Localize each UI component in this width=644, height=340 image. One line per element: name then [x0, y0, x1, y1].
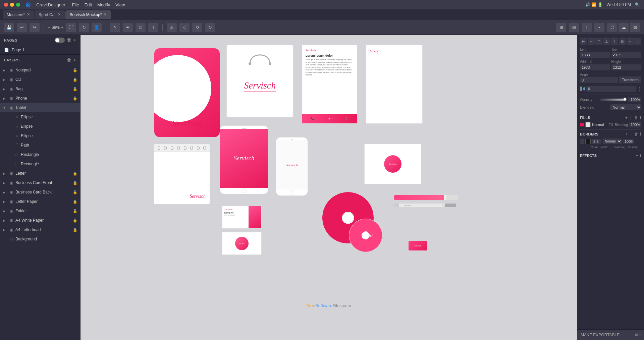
more-btn[interactable]: ⋯ — [594, 23, 604, 32]
layer-biz-back[interactable]: ▶ ▣ Business Card Back 🔒 — [0, 187, 80, 197]
share-btn[interactable]: ⬡ — [607, 23, 617, 32]
tab-servisch-close[interactable]: ✕ — [104, 12, 107, 17]
effects-add-btn[interactable]: + — [636, 153, 638, 158]
menu-view[interactable]: View — [115, 2, 125, 7]
undo-btn[interactable]: ↩ — [17, 23, 27, 32]
lock-icon[interactable]: 🔒 — [73, 209, 77, 213]
cloud-btn[interactable]: ☁ — [619, 23, 629, 32]
minimize-btn[interactable] — [10, 3, 14, 7]
search-icon[interactable]: 🔍 — [635, 2, 640, 7]
lock-icon[interactable]: 🔒 — [73, 171, 77, 176]
add-page-icon[interactable]: + — [73, 38, 76, 43]
layer-biz-front[interactable]: ▶ ▣ Business Card Front 🔒 — [0, 178, 80, 187]
fill-swatch[interactable] — [585, 122, 591, 127]
fills-more-btn[interactable]: ⋮ — [629, 115, 633, 120]
profile-btn[interactable]: 👤 — [92, 23, 102, 32]
layer-cd[interactable]: ▶ ▣ CD 🔒 — [0, 75, 80, 84]
layers-btn[interactable]: ⊟ — [569, 23, 579, 32]
fill-opacity-input[interactable] — [629, 122, 641, 127]
color-preview[interactable] — [580, 87, 582, 91]
color-more-btn[interactable]: ⋮ — [637, 87, 641, 91]
add-layer-icon[interactable]: + — [73, 58, 76, 63]
undo2-btn[interactable]: ↺ — [192, 23, 202, 32]
layer-tablet[interactable]: ▼ ▣ Tablet — [0, 103, 80, 112]
menu-edit[interactable]: Edit — [85, 2, 92, 7]
export-icon2[interactable]: ℹ — [639, 333, 641, 337]
align-center-h-btn[interactable]: ⊣ — [588, 38, 595, 45]
tab-sportcar[interactable]: Sport Car ✕ — [35, 10, 65, 19]
layer-folder[interactable]: ▶ ▣ Folder 🔒 — [0, 206, 80, 216]
fills-add-btn[interactable]: + — [625, 115, 628, 120]
lock-icon[interactable]: 🔒 — [73, 190, 77, 194]
layer-ellipse-3[interactable]: ○ Ellipse — [0, 131, 80, 140]
export2-btn[interactable]: ⊠ — [630, 23, 640, 32]
tab-sportcar-close[interactable]: ✕ — [58, 12, 61, 17]
back-btn[interactable]: ◁ — [179, 23, 190, 32]
minus-icon[interactable]: − — [48, 25, 50, 30]
rotate-btn[interactable]: ↻ — [79, 23, 89, 32]
borders-info-btn[interactable]: ℹ — [640, 132, 641, 136]
canvas-area[interactable]: Servisch Servisch Servisch — [80, 35, 577, 340]
dist-h-btn[interactable]: ↔ — [627, 38, 634, 45]
layer-background[interactable]: □ Background — [0, 234, 80, 244]
top-input[interactable] — [611, 52, 642, 58]
lock-icon[interactable]: 🔒 — [73, 87, 77, 91]
menu-modify[interactable]: Modify — [97, 2, 110, 7]
close-btn[interactable] — [4, 3, 8, 7]
lock-icon[interactable]: 🔒 — [73, 218, 77, 223]
fills-info-btn[interactable]: ℹ — [640, 115, 641, 120]
export-icon1[interactable]: ⊞ — [635, 333, 638, 337]
layer-phone[interactable]: ▶ ▣ Phone 🔒 — [0, 94, 80, 103]
borders-more-btn[interactable]: ⋮ — [629, 132, 633, 136]
lock-icon[interactable]: 🔒 — [73, 96, 77, 101]
lock-icon[interactable]: 🔒 — [73, 181, 77, 185]
window-controls[interactable] — [4, 3, 20, 7]
color-wheel[interactable] — [583, 87, 585, 91]
pen-tool[interactable]: ✒ — [123, 23, 133, 32]
border-width-input[interactable] — [592, 139, 601, 144]
grid-btn[interactable]: ⊞ — [556, 23, 566, 32]
height-input[interactable] — [611, 64, 642, 70]
redo-btn[interactable]: ↪ — [30, 23, 40, 32]
warn-btn[interactable]: ⚠ — [167, 23, 177, 32]
menu-file[interactable]: File — [72, 2, 79, 7]
lock-icon[interactable]: 🔒 — [73, 68, 77, 72]
layer-a4-white[interactable]: ▶ ▣ A4 White Paper 🔒 — [0, 216, 80, 225]
align-left-btn[interactable]: ⊢ — [580, 38, 587, 45]
layer-notepad[interactable]: ▶ ▣ Notepad 🔒 — [0, 65, 80, 75]
align-center-v-btn[interactable]: ⋮ — [611, 38, 618, 45]
transform-btn[interactable]: Transform — [619, 76, 641, 83]
layer-path[interactable]: ⌒ Path — [0, 140, 80, 150]
fills-del-btn[interactable]: 🗑 — [634, 115, 638, 120]
plus-icon[interactable]: + — [61, 25, 63, 30]
tab-monsters-close[interactable]: ✕ — [27, 12, 30, 17]
lock-icon[interactable]: 🔒 — [73, 200, 77, 204]
dist-v-btn[interactable]: ↕ — [634, 38, 641, 45]
page-1-item[interactable]: 📄 Page 1 — [0, 46, 80, 54]
text-tool[interactable]: T — [148, 23, 158, 32]
export-btn[interactable]: ↑ — [582, 23, 592, 32]
opacity-slider[interactable] — [600, 99, 627, 101]
layer-rect-2[interactable]: □ Rectangle — [0, 159, 80, 169]
fit-btn[interactable]: ⛶ — [66, 23, 76, 32]
blending-select[interactable]: Normal — [610, 104, 642, 110]
layer-bag[interactable]: ▶ ▣ Bag 🔒 — [0, 84, 80, 94]
delete-page-icon[interactable]: 🗑 — [67, 38, 71, 43]
left-input[interactable] — [580, 52, 610, 58]
layer-rect-1[interactable]: □ Rectangle — [0, 150, 80, 159]
select-tool[interactable]: ↖ — [110, 23, 120, 32]
borders-del-btn[interactable]: 🗑 — [634, 132, 638, 136]
width-input[interactable] — [580, 64, 610, 70]
make-exportable-bar[interactable]: MAKE EXPORTABLE ⊞ ℹ — [577, 329, 644, 340]
align-bottom-btn[interactable]: ⊟ — [619, 38, 626, 45]
layer-letter-paper[interactable]: ▶ ▣ Letter Paper 🔒 — [0, 197, 80, 206]
color-value-input[interactable] — [586, 86, 636, 92]
pages-toggle[interactable] — [55, 38, 65, 43]
delete-layer-icon[interactable]: 🗑 — [67, 58, 71, 63]
tab-servisch[interactable]: Servisch Mockup* ✕ — [65, 10, 111, 19]
fill-checkbox[interactable] — [580, 123, 584, 127]
maximize-btn[interactable] — [16, 3, 20, 7]
lock-icon[interactable]: 🔒 — [73, 228, 77, 232]
opacity-input[interactable] — [628, 97, 641, 102]
effects-info-btn[interactable]: ℹ — [640, 153, 641, 158]
